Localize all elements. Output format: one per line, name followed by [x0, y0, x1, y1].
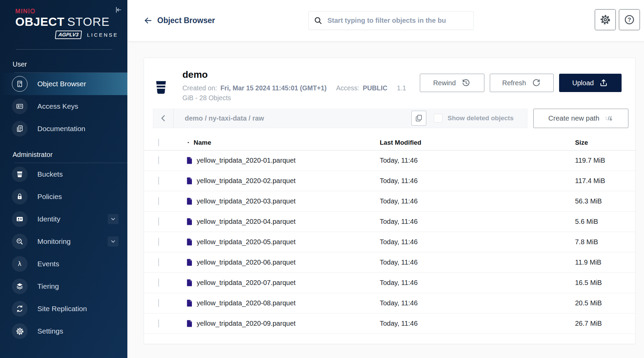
- bucket-icon: [153, 73, 169, 102]
- row-checkbox[interactable]: [158, 197, 159, 205]
- object-size: 20.5 MiB: [575, 299, 635, 307]
- sidebar-item-tiering[interactable]: Tiering: [0, 275, 127, 298]
- sidebar-item-label: Documentation: [37, 125, 85, 133]
- table-row[interactable]: yellow_tripdata_2020-06.parquet Today, 1…: [144, 252, 635, 273]
- sidebar-item-label: Events: [37, 260, 59, 268]
- svg-text:λ: λ: [18, 261, 21, 267]
- sidebar-item-site-replication[interactable]: Site Replication: [0, 298, 127, 320]
- path-bar-row: demo / ny-taxi-data / raw Show deleted o…: [153, 109, 628, 128]
- show-deleted-toggle[interactable]: Show deleted objects: [434, 114, 514, 123]
- back-arrow-icon[interactable]: [143, 16, 153, 26]
- created-label: Created on:: [182, 84, 217, 92]
- sidebar-item-object-browser[interactable]: Object Browser: [0, 73, 127, 95]
- row-checkbox[interactable]: [158, 279, 159, 287]
- sidebar-collapse-icon[interactable]: [112, 4, 124, 16]
- breadcrumb-back-button[interactable]: [153, 109, 174, 128]
- upload-icon: [599, 78, 608, 88]
- access-label: Access:: [336, 84, 359, 92]
- sidebar-section-label: Administrator: [13, 151, 127, 159]
- sidebar-item-documentation[interactable]: Documentation: [0, 118, 127, 140]
- help-button[interactable]: ?: [619, 9, 640, 30]
- object-size: 16.5 MiB: [575, 279, 635, 287]
- bucket-card: demo Created on:Fri, Mar 15 2024 11:45:0…: [144, 58, 636, 344]
- row-checkbox[interactable]: [158, 217, 159, 226]
- table-row[interactable]: yellow_tripdata_2020-04.parquet Today, 1…: [144, 212, 635, 232]
- column-header-modified[interactable]: Last Modified: [380, 139, 575, 146]
- table-row[interactable]: yellow_tripdata_2020-02.parquet Today, 1…: [144, 171, 635, 191]
- search-box: [308, 11, 474, 30]
- sidebar-item-access-keys[interactable]: Access Keys: [0, 95, 127, 118]
- object-name[interactable]: yellow_tripdata_2020-01.parquet: [197, 157, 296, 164]
- sidebar: MINIO OBJECTSTORE AGPLV3 LICENSE User Ob…: [0, 0, 127, 358]
- copy-path-button[interactable]: [411, 111, 426, 126]
- table-body: yellow_tripdata_2020-01.parquet Today, 1…: [144, 150, 635, 334]
- row-checkbox[interactable]: [158, 156, 159, 164]
- created-value: Fri, Mar 15 2024 11:45:01 (GMT+1): [220, 84, 327, 92]
- gear-icon: [599, 14, 611, 26]
- file-icon: [186, 218, 193, 226]
- file-icon: [186, 177, 193, 185]
- create-new-path-button[interactable]: Create new path: [533, 109, 628, 128]
- file-icon: [186, 197, 193, 205]
- breadcrumb[interactable]: demo / ny-taxi-data / raw: [185, 114, 411, 122]
- sidebar-section-administrator: Administrator Buckets Policies Identity …: [0, 151, 127, 342]
- bucket-meta: Created on:Fri, Mar 15 2024 11:45:01 (GM…: [182, 83, 420, 93]
- sidebar-item-events[interactable]: λ Events: [0, 253, 127, 275]
- sidebar-item-label: Identity: [37, 215, 60, 223]
- object-size: 117.4 MiB: [575, 177, 635, 185]
- row-checkbox[interactable]: [158, 319, 159, 327]
- table-row[interactable]: yellow_tripdata_2020-03.parquet Today, 1…: [144, 191, 635, 212]
- table-row[interactable]: yellow_tripdata_2020-08.parquet Today, 1…: [144, 293, 635, 314]
- upload-button[interactable]: Upload: [559, 74, 622, 92]
- buckets-icon: [12, 166, 28, 182]
- sidebar-item-policies[interactable]: Policies: [0, 185, 127, 208]
- table-row[interactable]: yellow_tripdata_2020-05.parquet Today, 1…: [144, 232, 635, 252]
- settings-button[interactable]: [595, 9, 616, 30]
- sidebar-item-identity[interactable]: Identity: [0, 208, 127, 230]
- license-label: LICENSE: [87, 32, 118, 38]
- object-name[interactable]: yellow_tripdata_2020-08.parquet: [197, 299, 296, 307]
- sidebar-item-settings[interactable]: Settings: [0, 320, 127, 342]
- row-checkbox[interactable]: [158, 177, 159, 185]
- object-modified: Today, 11:46: [380, 258, 575, 266]
- sidebar-item-buckets[interactable]: Buckets: [0, 163, 127, 185]
- sidebar-item-monitoring[interactable]: Monitoring: [0, 230, 127, 253]
- show-deleted-checkbox[interactable]: [434, 114, 443, 123]
- table-row[interactable]: yellow_tripdata_2020-01.parquet Today, 1…: [144, 150, 635, 171]
- table-row[interactable]: yellow_tripdata_2020-07.parquet Today, 1…: [144, 273, 635, 293]
- search-input[interactable]: [327, 16, 469, 25]
- table-row[interactable]: yellow_tripdata_2020-09.parquet Today, 1…: [144, 314, 635, 334]
- object-name[interactable]: yellow_tripdata_2020-06.parquet: [197, 258, 296, 266]
- select-all-checkbox[interactable]: [158, 139, 159, 146]
- page-title: Object Browser: [157, 16, 215, 25]
- object-name[interactable]: yellow_tripdata_2020-04.parquet: [197, 218, 296, 226]
- file-icon: [186, 279, 193, 287]
- object-name[interactable]: yellow_tripdata_2020-03.parquet: [197, 197, 296, 205]
- object-name[interactable]: yellow_tripdata_2020-07.parquet: [197, 279, 296, 287]
- object-size: 56.3 MiB: [575, 197, 635, 205]
- bucket-header: demo Created on:Fri, Mar 15 2024 11:45:0…: [144, 58, 635, 105]
- new-path-icon: [605, 114, 613, 123]
- access-value: PUBLIC: [363, 84, 388, 92]
- object-size: 5.6 MiB: [575, 218, 635, 226]
- documentation-icon: [12, 121, 28, 137]
- object-modified: Today, 11:46: [380, 157, 575, 164]
- sidebar-item-label: Settings: [37, 327, 63, 335]
- row-checkbox[interactable]: [158, 238, 159, 246]
- rewind-button[interactable]: Rewind: [420, 74, 484, 92]
- minio-logo: MINIO OBJECTSTORE AGPLV3 LICENSE: [0, 0, 127, 39]
- column-header-name[interactable]: Name: [186, 139, 380, 146]
- chevron-down-icon[interactable]: [108, 214, 119, 224]
- row-checkbox[interactable]: [158, 299, 159, 307]
- chevron-down-icon[interactable]: [108, 236, 119, 247]
- bucket-titles: demo Created on:Fri, Mar 15 2024 11:45:0…: [182, 70, 420, 102]
- column-header-size[interactable]: Size: [575, 139, 635, 146]
- sidebar-menu: User Object Browser Access Keys Document…: [0, 60, 127, 342]
- object-name[interactable]: yellow_tripdata_2020-09.parquet: [197, 320, 296, 327]
- object-modified: Today, 11:46: [380, 238, 575, 246]
- object-size: 7.8 MiB: [575, 238, 635, 246]
- object-name[interactable]: yellow_tripdata_2020-02.parquet: [197, 177, 296, 185]
- row-checkbox[interactable]: [158, 258, 159, 266]
- refresh-button[interactable]: Refresh: [490, 74, 554, 92]
- object-name[interactable]: yellow_tripdata_2020-05.parquet: [197, 238, 296, 246]
